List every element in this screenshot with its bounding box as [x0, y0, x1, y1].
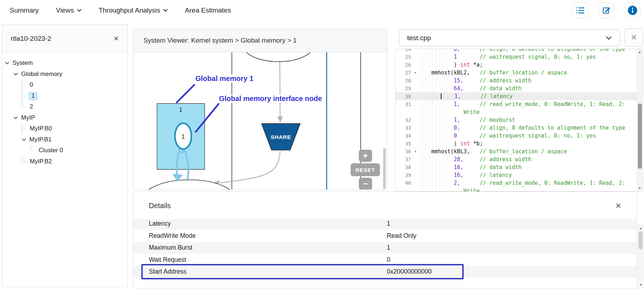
tree-item-0[interactable]: 0: [2, 80, 127, 91]
code-line-38[interactable]: 38 16, // data width: [396, 163, 637, 171]
nav-views[interactable]: Views: [56, 6, 81, 14]
code-text: mmhost(kBL3, // buffer_location / aspace: [418, 148, 567, 155]
code-line-24[interactable]: 24 0, // align, 0 defaults to alignment …: [396, 49, 637, 53]
details-row-value: Read Only: [387, 232, 416, 240]
file-selector[interactable]: test.cpp: [399, 29, 620, 46]
code-line-39[interactable]: 39 16, // latency: [396, 171, 637, 179]
code-line-32[interactable]: 32 1, // maxburst: [396, 116, 637, 124]
list-icon: [576, 6, 585, 14]
details-close-button[interactable]: ✕: [615, 202, 621, 210]
line-number: 36▾: [396, 148, 418, 155]
edit-button[interactable]: [599, 3, 614, 18]
code-lines: 24 0, // align, 0 defaults to alignment …: [396, 49, 637, 192]
system-viewer-panel: System Viewer: Kernel system > Global me…: [133, 29, 387, 190]
nav-throughput-analysis[interactable]: Throughput Analysis: [99, 6, 168, 14]
details-row-label: Start Address: [149, 268, 186, 275]
code-panel-close-button[interactable]: ✕: [625, 28, 643, 47]
details-scrollbar[interactable]: ▲ ▼: [638, 225, 643, 288]
code-line-28[interactable]: 28 15, // address width: [396, 77, 637, 85]
viewer-scrollbar[interactable]: [383, 148, 386, 189]
tree-item-label: 0: [30, 81, 33, 88]
fold-icon[interactable]: ▾: [414, 69, 416, 77]
system-diagram: SHARE 1 1: [133, 52, 387, 190]
scroll-up-icon[interactable]: ▲: [638, 226, 643, 231]
top-nav: Summary Views Throughput Analysis Area E…: [0, 0, 644, 21]
zoom-in-button[interactable]: +: [359, 150, 372, 162]
code-line-35[interactable]: 35 ) int *b;: [396, 140, 637, 148]
tree-connector-line: [22, 123, 27, 134]
code-line-30[interactable]: 30 1, // latency: [396, 92, 637, 100]
code-scrollbar[interactable]: ▲ ▼: [637, 49, 643, 191]
tree-item-2[interactable]: 2: [2, 101, 127, 112]
code-line-34[interactable]: 34 0 // waitrequest signal, 0: no, 1: ye…: [396, 132, 637, 140]
details-row-label: Wait Request: [149, 256, 186, 264]
code-text: 0, // align, 0 defaults to alignment of …: [418, 49, 625, 53]
tree-connector-line: [31, 145, 36, 156]
code-line-wrap[interactable]: Write: [396, 108, 637, 116]
details-row-value: 0x20000000000: [387, 268, 432, 275]
code-line-27[interactable]: 27▾ mmhost(kBL2, // buffer_location / as…: [396, 69, 637, 77]
tree-item-system[interactable]: System: [2, 58, 127, 69]
chevron-down-icon: [163, 9, 168, 12]
code-line-40[interactable]: 40 2, // read_write_mode, 0: ReadWrite, …: [396, 179, 637, 187]
line-number: 27▾: [396, 69, 418, 77]
code-line-25[interactable]: 25 1 // waitrequest signal, 0: no, 1: ye…: [396, 53, 637, 61]
system-viewer-title: System Viewer: Kernel system > Global me…: [143, 37, 297, 44]
details-table: Latency1ReadWrite ModeRead OnlyMaximum B…: [133, 220, 636, 288]
fold-icon[interactable]: ▾: [414, 148, 416, 155]
details-row-value: 1: [387, 244, 390, 251]
code-line-26[interactable]: 26 ) int *a;: [396, 61, 637, 69]
reset-button[interactable]: RESET: [351, 163, 380, 176]
sidebar: rtla10-2023-2 ✕ SystemGlobal memory012My…: [2, 24, 128, 287]
code-text: 16, // latency: [418, 171, 512, 179]
code-line-31[interactable]: 31 1, // read_write_mode, 0: ReadWrite, …: [396, 100, 637, 108]
tree-item-label: System: [13, 59, 33, 67]
info-button[interactable]: [625, 3, 640, 18]
chevron-down-icon: [14, 73, 18, 76]
tree-item-label: Cluster 0: [39, 147, 63, 154]
nav-summary[interactable]: Summary: [10, 6, 39, 14]
line-number: 29: [396, 85, 418, 92]
line-number: 38: [396, 163, 418, 171]
code-text: 2, // read_write_mode, 0: ReadWrite, 1: …: [418, 179, 625, 187]
tree-item-myip-b2[interactable]: MyIP.B2: [2, 156, 127, 167]
nav-area-estimates-label: Area Estimates: [185, 6, 231, 14]
tree-item-myip-b0[interactable]: MyIP.B0: [2, 123, 127, 134]
sidebar-close-button[interactable]: ✕: [113, 35, 119, 43]
code-text: Write: [418, 108, 480, 116]
scroll-down-icon[interactable]: ▼: [638, 282, 643, 288]
kernel-node-top[interactable]: [244, 52, 313, 62]
code-line-wrap[interactable]: Write: [396, 187, 637, 192]
tree-item-global-memory[interactable]: Global memory: [2, 69, 127, 80]
line-number: 30: [396, 92, 418, 100]
scroll-up-icon[interactable]: ▲: [637, 49, 642, 55]
code-scrollbar-thumb[interactable]: [638, 104, 642, 169]
zoom-out-button[interactable]: −: [359, 178, 372, 190]
tree-item-myip[interactable]: MyIP: [2, 112, 127, 124]
tree-item-myip-b1[interactable]: MyIP.B1: [2, 134, 127, 145]
code-text: 1, // read_write_mode, 0: ReadWrite, 1: …: [418, 100, 625, 108]
kernel-node-bottom[interactable]: [142, 180, 236, 190]
scroll-down-icon[interactable]: ▼: [637, 186, 642, 191]
annotation-global-memory-1: Global memory 1: [194, 74, 254, 83]
code-line-36[interactable]: 36▾ mmhost(kBL3, // buffer_location / as…: [396, 148, 637, 155]
line-number: 33: [396, 124, 418, 132]
code-text: ) int *a;: [418, 61, 483, 69]
tree-item-1[interactable]: 1: [2, 91, 127, 102]
line-number: [396, 187, 418, 192]
nav-items: Summary Views Throughput Analysis Area E…: [0, 6, 231, 14]
system-viewer-canvas[interactable]: SHARE 1 1 Global memory 1 Global memory …: [133, 52, 387, 190]
code-line-33[interactable]: 33 0, // align, 0 defaults to alignment …: [396, 124, 637, 132]
code-text: 1 // waitrequest signal, 0: no, 1: yes: [418, 53, 596, 61]
code-text: 64, // data width: [418, 85, 522, 92]
code-line-37[interactable]: 37 28, // address width: [396, 155, 637, 163]
global-memory-node-label: 1: [179, 107, 182, 113]
info-icon: [628, 5, 638, 15]
outline-list-button[interactable]: [572, 3, 588, 18]
code-line-29[interactable]: 29 64, // data width: [396, 85, 637, 92]
line-number: 26: [396, 61, 418, 69]
tree-item-cluster-0[interactable]: Cluster 0: [2, 145, 127, 156]
nav-area-estimates[interactable]: Area Estimates: [185, 6, 231, 14]
details-row-label: ReadWrite Mode: [149, 232, 196, 240]
details-scrollbar-thumb[interactable]: [639, 231, 643, 249]
